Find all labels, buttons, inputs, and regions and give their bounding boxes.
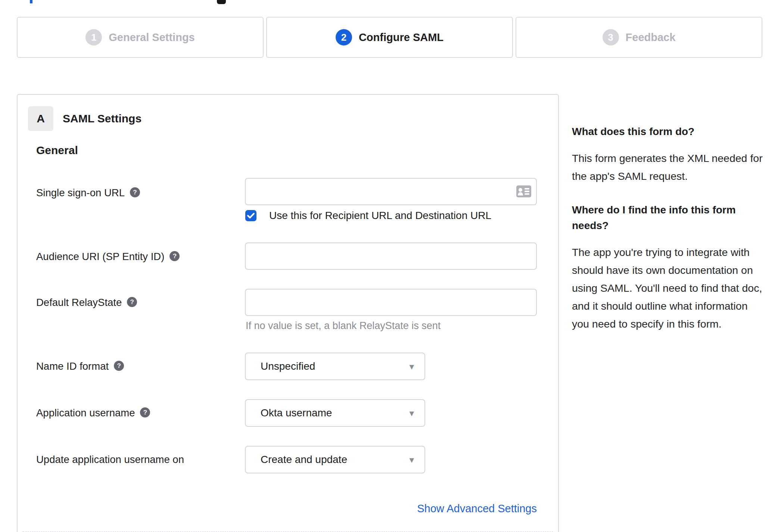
default-relaystate-label: Default RelayState? — [36, 297, 238, 309]
section-title: SAML Settings — [63, 112, 141, 125]
audience-uri-input[interactable] — [245, 242, 537, 270]
help-sidebar: What does this form do? This form genera… — [572, 124, 766, 350]
sidebar-body-2: The app you're trying to integrate with … — [572, 243, 766, 333]
name-id-format-value: Unspecified — [261, 360, 315, 372]
step-1-label: General Settings — [109, 31, 195, 44]
recipient-url-checkbox-row: Use this for Recipient URL and Destinati… — [245, 210, 491, 222]
step-2-number: 2 — [336, 29, 352, 46]
show-advanced-settings-link[interactable]: Show Advanced Settings — [245, 503, 537, 515]
panel-header: A SAML Settings — [28, 106, 141, 131]
update-app-username-select[interactable]: Create and update ▾ — [245, 446, 425, 473]
help-icon[interactable]: ? — [140, 407, 150, 417]
application-username-label: Application username? — [36, 407, 238, 419]
application-username-select[interactable]: Okta username ▾ — [245, 399, 425, 427]
chevron-down-icon: ▾ — [409, 408, 414, 419]
cutoff-blue-element — [30, 0, 32, 3]
step-general-settings[interactable]: 1 General Settings — [17, 17, 264, 58]
step-2-label: Configure SAML — [359, 31, 444, 44]
chevron-down-icon: ▾ — [409, 454, 414, 465]
recipient-url-checkbox[interactable] — [245, 210, 256, 221]
help-icon[interactable]: ? — [114, 361, 124, 371]
step-1-number: 1 — [85, 29, 102, 46]
general-group-title: General — [36, 144, 78, 157]
name-id-format-label: Name ID format? — [36, 360, 238, 372]
application-username-value: Okta username — [261, 407, 332, 419]
default-relaystate-input[interactable] — [245, 289, 537, 316]
sidebar-heading-2: Where do I find the info this form needs… — [572, 202, 766, 234]
single-sign-on-url-input[interactable] — [245, 178, 537, 205]
audience-uri-label: Audience URI (SP Entity ID)? — [36, 251, 238, 263]
help-icon[interactable]: ? — [130, 187, 140, 197]
step-configure-saml[interactable]: 2 Configure SAML — [266, 17, 513, 58]
chevron-down-icon: ▾ — [409, 361, 414, 372]
sidebar-body-1: This form generates the XML needed for t… — [572, 149, 766, 185]
wizard-stepper: 1 General Settings 2 Configure SAML 3 Fe… — [17, 17, 762, 58]
sidebar-heading-1: What does this form do? — [572, 124, 766, 140]
step-3-number: 3 — [603, 29, 619, 46]
contact-card-icon[interactable] — [516, 185, 531, 197]
recipient-url-checkbox-label: Use this for Recipient URL and Destinati… — [269, 210, 491, 222]
single-sign-on-url-label: Single sign-on URL? — [36, 187, 238, 199]
section-a-badge: A — [28, 106, 53, 131]
update-app-username-value: Create and update — [261, 454, 347, 466]
update-app-username-label: Update application username on — [36, 454, 238, 466]
help-icon[interactable]: ? — [169, 251, 180, 261]
step-feedback[interactable]: 3 Feedback — [516, 17, 762, 58]
relaystate-hint: If no value is set, a blank RelayState i… — [246, 320, 441, 332]
step-3-label: Feedback — [626, 31, 676, 44]
saml-settings-panel: A SAML Settings General Single sign-on U… — [17, 94, 559, 532]
name-id-format-select[interactable]: Unspecified ▾ — [245, 353, 425, 380]
help-icon[interactable]: ? — [127, 297, 137, 307]
cutoff-dark-icon — [217, 0, 226, 4]
